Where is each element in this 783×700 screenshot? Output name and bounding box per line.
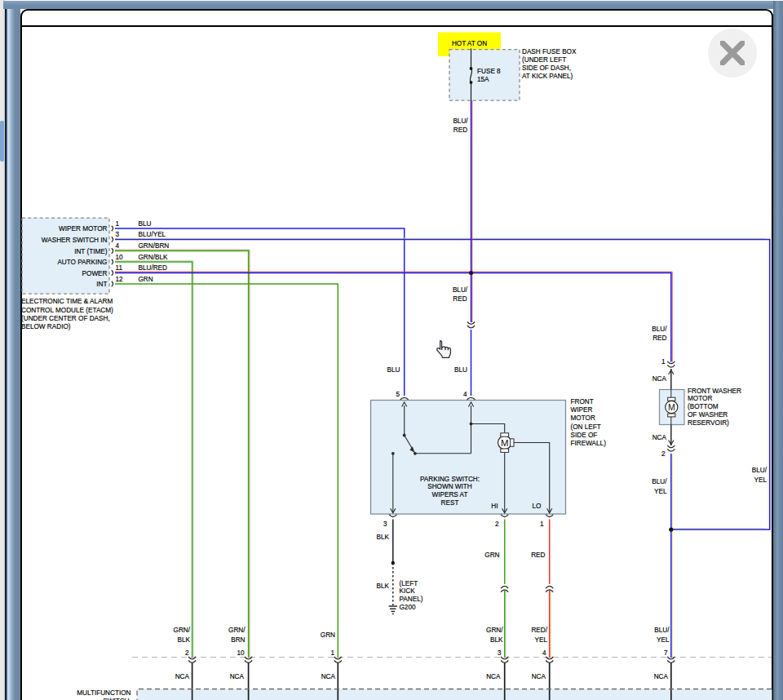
svg-text:3: 3 bbox=[498, 649, 502, 657]
svg-text:BLK: BLK bbox=[377, 583, 390, 590]
svg-text:MOTOR: MOTOR bbox=[571, 414, 595, 422]
svg-text:OF WASHER: OF WASHER bbox=[688, 411, 728, 419]
svg-text:NCA: NCA bbox=[652, 434, 667, 441]
svg-text:YEL: YEL bbox=[754, 476, 768, 484]
svg-text:FUSE 8: FUSE 8 bbox=[477, 68, 501, 75]
svg-text:BLU/: BLU/ bbox=[453, 117, 468, 125]
svg-text:GRN: GRN bbox=[321, 631, 335, 639]
svg-text:SIDE OF DASH,: SIDE OF DASH, bbox=[522, 64, 571, 72]
svg-text:NCA: NCA bbox=[654, 673, 669, 680]
svg-text:2: 2 bbox=[661, 450, 666, 458]
svg-text:GRN: GRN bbox=[139, 276, 153, 283]
svg-text:NCA: NCA bbox=[486, 673, 501, 680]
svg-text:YEL: YEL bbox=[657, 636, 670, 644]
svg-text:(UNDER LEFT: (UNDER LEFT bbox=[522, 56, 566, 64]
svg-text:HOT AT ON: HOT AT ON bbox=[452, 40, 487, 47]
svg-text:RESERVOIR): RESERVOIR) bbox=[688, 419, 729, 427]
svg-text:BLU/YEL: BLU/YEL bbox=[139, 231, 166, 238]
svg-text:WIPER: WIPER bbox=[571, 406, 593, 414]
svg-text:(LEFT: (LEFT bbox=[400, 580, 418, 587]
svg-text:BLU/: BLU/ bbox=[652, 478, 667, 485]
svg-text:3: 3 bbox=[116, 231, 120, 238]
svg-text:BLK: BLK bbox=[178, 636, 191, 644]
svg-text:3: 3 bbox=[383, 521, 387, 528]
svg-text:1: 1 bbox=[540, 521, 544, 528]
svg-text:15A: 15A bbox=[477, 76, 489, 83]
svg-text:5: 5 bbox=[396, 391, 400, 398]
svg-text:YEL: YEL bbox=[535, 636, 548, 644]
svg-text:BLU: BLU bbox=[139, 220, 152, 228]
svg-text:AT KICK PANEL): AT KICK PANEL) bbox=[522, 73, 573, 80]
svg-text:BLK: BLK bbox=[490, 636, 503, 644]
svg-text:NCA: NCA bbox=[175, 673, 190, 680]
svg-text:WASHER SWITCH IN: WASHER SWITCH IN bbox=[42, 237, 108, 244]
svg-text:GRN/: GRN/ bbox=[486, 627, 503, 634]
svg-text:CONTROL MODULE (ETACM): CONTROL MODULE (ETACM) bbox=[21, 307, 113, 314]
svg-text:NCA: NCA bbox=[321, 673, 336, 680]
svg-text:1: 1 bbox=[116, 220, 120, 228]
svg-text:BLK: BLK bbox=[377, 534, 390, 541]
svg-text:WIPER MOTOR: WIPER MOTOR bbox=[59, 225, 108, 233]
svg-text:7: 7 bbox=[664, 649, 668, 657]
svg-text:AUTO PARKING: AUTO PARKING bbox=[57, 259, 107, 266]
svg-text:NCA: NCA bbox=[652, 375, 667, 383]
svg-text:RED: RED bbox=[531, 552, 545, 559]
svg-text:RED: RED bbox=[652, 334, 666, 342]
svg-text:M: M bbox=[501, 438, 509, 448]
svg-text:M: M bbox=[668, 402, 675, 412]
svg-text:ELECTRONIC TIME & ALARM: ELECTRONIC TIME & ALARM bbox=[21, 298, 113, 305]
svg-text:YEL: YEL bbox=[654, 488, 667, 495]
svg-text:RED: RED bbox=[453, 126, 467, 134]
svg-text:FRONT WASHER: FRONT WASHER bbox=[688, 388, 741, 395]
svg-text:BLU: BLU bbox=[387, 366, 400, 374]
svg-text:POWER: POWER bbox=[82, 270, 108, 277]
svg-text:BELOW RADIO): BELOW RADIO) bbox=[21, 323, 71, 330]
svg-text:(BOTTOM: (BOTTOM bbox=[688, 403, 719, 410]
svg-text:BLU/: BLU/ bbox=[654, 627, 670, 634]
svg-text:BLU/: BLU/ bbox=[652, 326, 667, 333]
svg-text:GRN/BRN: GRN/BRN bbox=[139, 242, 170, 250]
svg-text:SHOWN WITH: SHOWN WITH bbox=[427, 483, 472, 490]
svg-text:BLU/: BLU/ bbox=[453, 286, 468, 294]
svg-text:4: 4 bbox=[116, 242, 120, 250]
svg-text:BLU/RED: BLU/RED bbox=[139, 264, 168, 272]
svg-text:INT (TIME): INT (TIME) bbox=[74, 248, 108, 255]
svg-text:FRONT: FRONT bbox=[571, 398, 594, 405]
svg-text:FIREWALL): FIREWALL) bbox=[571, 440, 607, 447]
svg-text:10: 10 bbox=[237, 649, 245, 657]
svg-text:BRN: BRN bbox=[231, 636, 245, 644]
svg-text:G200: G200 bbox=[400, 604, 416, 611]
svg-text:BLU: BLU bbox=[454, 366, 467, 374]
svg-text:1: 1 bbox=[661, 358, 666, 366]
svg-text:INT: INT bbox=[96, 281, 107, 288]
svg-text:NCA: NCA bbox=[230, 673, 245, 680]
svg-text:GRN/: GRN/ bbox=[228, 627, 246, 634]
svg-text:RED: RED bbox=[453, 295, 467, 303]
svg-text:4: 4 bbox=[463, 391, 467, 398]
svg-text:(UNDER CENTER OF DASH,: (UNDER CENTER OF DASH, bbox=[21, 315, 110, 322]
svg-text:GRN/: GRN/ bbox=[174, 627, 191, 634]
svg-text:WIPERS AT: WIPERS AT bbox=[432, 491, 468, 498]
svg-text:10: 10 bbox=[116, 254, 124, 261]
svg-text:GRN: GRN bbox=[484, 552, 499, 559]
svg-text:HI: HI bbox=[491, 503, 498, 510]
svg-text:KICK: KICK bbox=[400, 587, 416, 595]
svg-text:GRN/BLK: GRN/BLK bbox=[139, 254, 168, 261]
svg-text:RED/: RED/ bbox=[531, 627, 547, 634]
svg-text:(ON LEFT: (ON LEFT bbox=[571, 423, 601, 431]
svg-text:2: 2 bbox=[185, 649, 189, 657]
svg-text:PARKING SWITCH:: PARKING SWITCH: bbox=[420, 476, 480, 483]
svg-text:1: 1 bbox=[330, 649, 334, 657]
svg-text:2: 2 bbox=[495, 521, 499, 528]
svg-text:NCA: NCA bbox=[532, 673, 546, 680]
svg-text:12: 12 bbox=[116, 276, 124, 283]
svg-text:REST: REST bbox=[441, 499, 459, 507]
svg-text:MOTOR: MOTOR bbox=[688, 395, 712, 402]
svg-text:DASH FUSE BOX: DASH FUSE BOX bbox=[522, 48, 577, 55]
svg-text:BLU/: BLU/ bbox=[752, 467, 768, 474]
svg-text:LO: LO bbox=[533, 503, 542, 510]
svg-text:MULTIFUNCTION: MULTIFUNCTION bbox=[77, 689, 130, 697]
svg-text:11: 11 bbox=[116, 264, 123, 272]
svg-text:SIDE OF: SIDE OF bbox=[571, 432, 598, 439]
svg-text:4: 4 bbox=[542, 649, 546, 657]
